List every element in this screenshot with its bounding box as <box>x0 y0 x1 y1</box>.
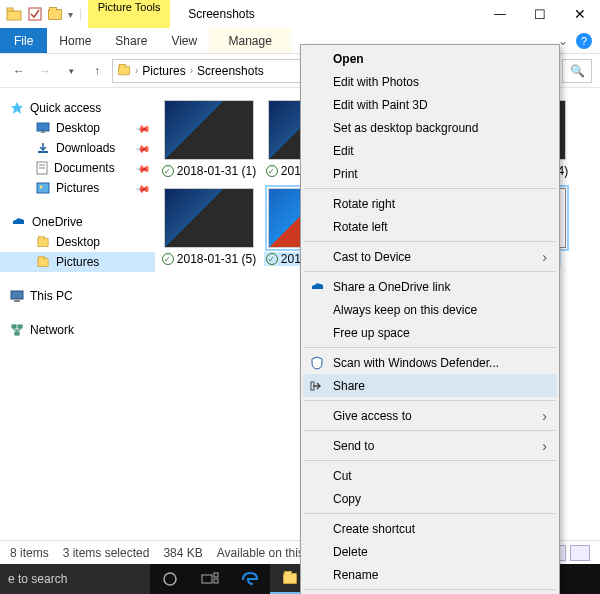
file-item[interactable]: ✓2018-01-31 (1) <box>161 100 257 178</box>
menu-share[interactable]: Share <box>303 374 557 397</box>
file-label: ✓2018-01-31 (5) <box>162 252 256 266</box>
file-label: ✓2018-01-31 (1) <box>162 164 256 178</box>
menu-delete[interactable]: Delete <box>303 540 557 563</box>
file-item[interactable]: ✓2018-01-31 (5) <box>161 188 257 266</box>
close-button[interactable]: ✕ <box>560 0 600 28</box>
cortana-icon[interactable] <box>150 564 190 594</box>
window-title: Screenshots <box>170 0 480 28</box>
svg-rect-6 <box>38 151 48 153</box>
sidebar-onedrive-pictures[interactable]: Pictures <box>0 252 155 272</box>
qat-dropdown-icon[interactable]: ▾ <box>68 9 73 20</box>
folder-icon <box>37 258 48 267</box>
maximize-button[interactable]: ☐ <box>520 0 560 28</box>
taskbar-search[interactable]: e to search <box>0 564 150 594</box>
menu-cut[interactable]: Cut <box>303 464 557 487</box>
search-icon: 🔍 <box>570 64 585 78</box>
contextual-tab-header: Picture Tools <box>88 0 170 28</box>
menu-print[interactable]: Print <box>303 162 557 185</box>
contextual-tab-label: Picture Tools <box>98 0 161 13</box>
star-icon <box>10 101 24 115</box>
menu-edit[interactable]: Edit <box>303 139 557 162</box>
tab-manage[interactable]: Manage <box>209 28 291 53</box>
task-view-icon[interactable] <box>190 564 230 594</box>
breadcrumb-pictures[interactable]: Pictures <box>142 64 185 78</box>
svg-rect-16 <box>15 332 19 335</box>
svg-rect-19 <box>202 575 212 583</box>
network-icon <box>10 324 24 337</box>
status-selection: 3 items selected <box>63 546 150 560</box>
sidebar-item-downloads[interactable]: Downloads📌 <box>0 138 155 158</box>
explorer-icon <box>6 7 22 21</box>
menu-rotate-right[interactable]: Rotate right <box>303 192 557 215</box>
navigation-pane: Quick access Desktop📌 Downloads📌 Documen… <box>0 88 155 542</box>
tab-share[interactable]: Share <box>103 28 159 53</box>
pin-icon: 📌 <box>135 120 151 136</box>
menu-rotate-left[interactable]: Rotate left <box>303 215 557 238</box>
svg-rect-15 <box>18 325 22 328</box>
sidebar-item-pictures[interactable]: Pictures📌 <box>0 178 155 198</box>
downloads-icon <box>36 142 50 154</box>
menu-edit-paint3d[interactable]: Edit with Paint 3D <box>303 93 557 116</box>
pin-icon: 📌 <box>135 180 151 196</box>
menu-share-onedrive[interactable]: Share a OneDrive link <box>303 275 557 298</box>
svg-rect-17 <box>311 382 314 390</box>
properties-qat-icon[interactable] <box>28 7 42 21</box>
documents-icon <box>36 161 48 175</box>
svg-marker-3 <box>11 102 23 114</box>
menu-create-shortcut[interactable]: Create shortcut <box>303 517 557 540</box>
sidebar-item-desktop[interactable]: Desktop📌 <box>0 118 155 138</box>
menu-send-to[interactable]: Send to <box>303 434 557 457</box>
menu-free-up-space[interactable]: Free up space <box>303 321 557 344</box>
menu-give-access[interactable]: Give access to <box>303 404 557 427</box>
minimize-button[interactable]: — <box>480 0 520 28</box>
svg-rect-4 <box>37 123 49 131</box>
sidebar-onedrive-desktop[interactable]: Desktop <box>0 232 155 252</box>
svg-rect-10 <box>37 183 49 193</box>
sidebar-quick-access[interactable]: Quick access <box>0 98 155 118</box>
menu-cast-to-device[interactable]: Cast to Device <box>303 245 557 268</box>
menu-always-keep[interactable]: Always keep on this device <box>303 298 557 321</box>
edge-icon[interactable] <box>230 564 270 594</box>
new-folder-qat-icon[interactable] <box>48 9 62 20</box>
help-icon[interactable]: ? <box>576 33 592 49</box>
svg-rect-20 <box>214 573 218 577</box>
menu-rename[interactable]: Rename <box>303 563 557 586</box>
search-input[interactable]: 🔍 <box>562 59 592 83</box>
sync-ok-icon: ✓ <box>162 165 174 177</box>
menu-copy[interactable]: Copy <box>303 487 557 510</box>
svg-rect-0 <box>7 11 21 20</box>
folder-icon <box>37 238 48 247</box>
tab-view[interactable]: View <box>159 28 209 53</box>
pc-icon <box>10 290 24 303</box>
svg-point-11 <box>40 186 43 189</box>
pin-icon: 📌 <box>135 160 151 176</box>
svg-rect-12 <box>11 291 23 299</box>
svg-rect-13 <box>14 300 20 302</box>
menu-open[interactable]: Open <box>303 47 557 70</box>
onedrive-icon <box>309 279 325 295</box>
file-thumbnail[interactable] <box>164 100 254 160</box>
status-size: 384 KB <box>163 546 202 560</box>
tab-home[interactable]: Home <box>47 28 103 53</box>
breadcrumb-screenshots[interactable]: Screenshots <box>197 64 264 78</box>
forward-button[interactable]: → <box>34 60 56 82</box>
recent-locations-icon[interactable]: ▾ <box>60 60 82 82</box>
menu-edit-photos[interactable]: Edit with Photos <box>303 70 557 93</box>
svg-point-18 <box>164 573 176 585</box>
menu-defender[interactable]: Scan with Windows Defender... <box>303 351 557 374</box>
desktop-icon <box>36 122 50 134</box>
view-thumbnails-icon[interactable] <box>570 545 590 561</box>
svg-rect-5 <box>41 131 45 133</box>
status-item-count: 8 items <box>10 546 49 560</box>
sidebar-this-pc[interactable]: This PC <box>0 286 155 306</box>
sidebar-network[interactable]: Network <box>0 320 155 340</box>
file-tab[interactable]: File <box>0 28 47 53</box>
file-thumbnail[interactable] <box>164 188 254 248</box>
address-folder-icon <box>118 66 130 75</box>
quick-access-toolbar: ▾ | <box>0 0 88 28</box>
back-button[interactable]: ← <box>8 60 30 82</box>
sidebar-item-documents[interactable]: Documents📌 <box>0 158 155 178</box>
sidebar-onedrive[interactable]: OneDrive <box>0 212 155 232</box>
up-button[interactable]: ↑ <box>86 60 108 82</box>
menu-set-background[interactable]: Set as desktop background <box>303 116 557 139</box>
